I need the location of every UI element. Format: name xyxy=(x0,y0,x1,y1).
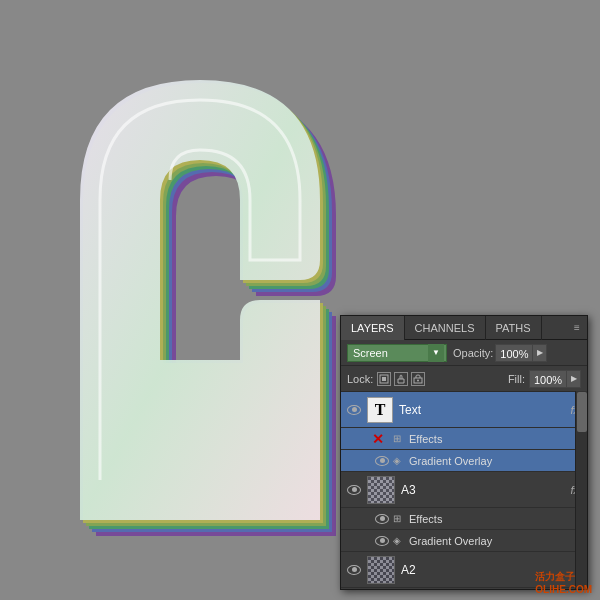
eye-icon-a2 xyxy=(347,565,361,575)
opacity-value[interactable]: 100% xyxy=(495,344,533,362)
scrollbar-thumb[interactable] xyxy=(577,392,587,432)
blend-opacity-row: Screen ▼ Opacity: 100% ▶ xyxy=(341,340,587,366)
layers-scrollbar[interactable] xyxy=(575,391,587,589)
svg-point-4 xyxy=(417,379,419,381)
layer-name-text: Text xyxy=(399,403,570,417)
effect-name-text-gradient: Gradient Overlay xyxy=(409,455,492,467)
fill-value[interactable]: 100% xyxy=(529,370,567,388)
panel-menu-button[interactable]: ≡ xyxy=(567,316,587,340)
checker-overlay-a2 xyxy=(368,557,394,583)
layer-visibility-text[interactable] xyxy=(345,401,363,419)
eye-icon-a3 xyxy=(347,485,361,495)
lock-all-svg xyxy=(413,374,423,384)
eye-icon-text-gradient xyxy=(375,456,389,466)
eye-pupil-a3-gradient xyxy=(380,538,385,543)
watermark: 活力盒子OLIHE.COM xyxy=(535,570,592,595)
text-type-icon: T xyxy=(375,402,386,418)
effect-name-text-effects: Effects xyxy=(409,433,442,445)
checker-overlay-a3 xyxy=(368,477,394,503)
lock-all-icon[interactable] xyxy=(411,372,425,386)
effect-gradient-a3-icon: ◈ xyxy=(393,535,401,546)
effect-gradient-icon: ◈ xyxy=(393,455,401,466)
checker-thumb-a3 xyxy=(368,477,394,503)
lock-position-svg xyxy=(396,374,406,384)
effect-row-text-gradient[interactable]: ◈ Gradient Overlay xyxy=(341,450,587,472)
effect-eye-a3-effects[interactable] xyxy=(371,510,389,528)
fill-label: Fill: xyxy=(508,373,525,385)
tab-channels[interactable]: CHANNELS xyxy=(405,316,486,340)
tab-layers[interactable]: LAYERS xyxy=(341,316,405,340)
photoshop-panel: LAYERS CHANNELS PATHS ≡ Screen ▼ Opacity… xyxy=(340,315,588,590)
eye-icon-a3-gradient xyxy=(375,536,389,546)
blend-mode-value: Screen xyxy=(350,347,388,359)
layer-visibility-a3[interactable] xyxy=(345,481,363,499)
eye-icon-text xyxy=(347,405,361,415)
panel-tabs: LAYERS CHANNELS PATHS ≡ xyxy=(341,316,587,340)
eye-pupil-a3 xyxy=(352,487,357,492)
opacity-arrow[interactable]: ▶ xyxy=(533,344,547,362)
x-mark-icon: ✕ xyxy=(372,431,384,447)
lock-fill-row: Lock: Fill: 100% ▶ xyxy=(341,366,587,392)
effect-row-text-effects[interactable]: ✕ ⊞ Effects xyxy=(341,428,587,450)
effect-eye-a3-gradient[interactable] xyxy=(371,532,389,550)
svg-rect-2 xyxy=(382,377,386,381)
eye-pupil-text xyxy=(352,407,357,412)
opacity-label: Opacity: xyxy=(453,347,493,359)
checker-thumb-a2 xyxy=(368,557,394,583)
layer-thumb-text: T xyxy=(367,397,393,423)
eye-pupil-a3-effects xyxy=(380,516,385,521)
effect-name-a3-gradient: Gradient Overlay xyxy=(409,535,492,547)
layer-row-text[interactable]: T Text fx xyxy=(341,392,587,428)
eye-pupil-a2 xyxy=(352,567,357,572)
layer-thumb-a3 xyxy=(367,476,395,504)
tab-paths[interactable]: PATHS xyxy=(486,316,542,340)
effect-folder-icon: ⊞ xyxy=(393,433,401,444)
layer-row-a3[interactable]: A3 fx xyxy=(341,472,587,508)
eye-icon-a3-effects xyxy=(375,514,389,524)
eye-pupil-text-gradient xyxy=(380,458,385,463)
lock-position-icon[interactable] xyxy=(394,372,408,386)
layers-list: T Text fx ✕ ⊞ Effects ◈ Gradient Overlay xyxy=(341,392,587,588)
lock-pixels-icon[interactable] xyxy=(377,372,391,386)
effect-eye-text-gradient[interactable] xyxy=(371,452,389,470)
layer-thumb-a2 xyxy=(367,556,395,584)
layer-visibility-a2[interactable] xyxy=(345,561,363,579)
effect-row-a3-gradient[interactable]: ◈ Gradient Overlay xyxy=(341,530,587,552)
effect-row-a3-effects[interactable]: ⊞ Effects xyxy=(341,508,587,530)
effect-name-a3-effects: Effects xyxy=(409,513,442,525)
layer-name-a3: A3 xyxy=(401,483,570,497)
lock-label: Lock: xyxy=(347,373,373,385)
effect-folder-a3-icon: ⊞ xyxy=(393,513,401,524)
fill-arrow[interactable]: ▶ xyxy=(567,370,581,388)
effect-eye-text-effects[interactable]: ✕ xyxy=(371,430,389,448)
blend-mode-arrow[interactable]: ▼ xyxy=(428,344,444,362)
blend-mode-select[interactable]: Screen ▼ xyxy=(347,344,447,362)
lock-pixels-svg xyxy=(379,374,389,384)
